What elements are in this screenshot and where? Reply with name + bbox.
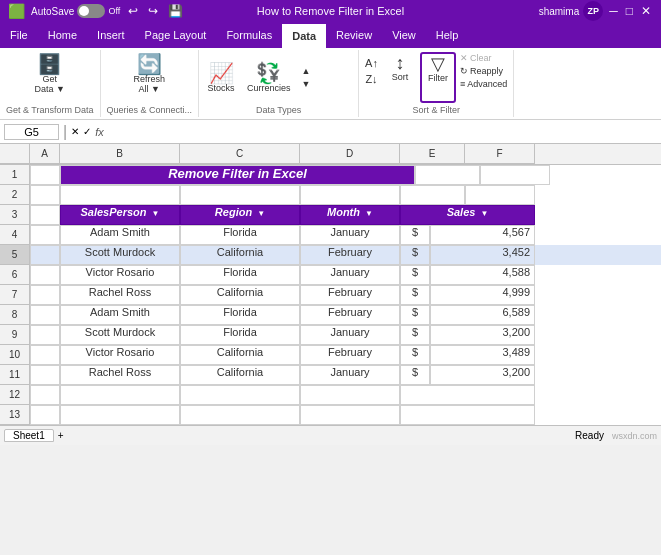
tab-file[interactable]: File <box>0 22 38 48</box>
cell-d3-month[interactable]: Month ▼ <box>300 205 400 225</box>
row-header-3[interactable]: 3 <box>0 205 30 225</box>
cell-a9[interactable] <box>30 325 60 345</box>
cell-d12[interactable] <box>300 385 400 405</box>
cell-e5-amount[interactable]: 3,452 <box>430 245 535 265</box>
cell-f1[interactable] <box>480 165 550 185</box>
row-header-8[interactable]: 8 <box>0 305 30 325</box>
cell-d11[interactable]: January <box>300 365 400 385</box>
tab-data[interactable]: Data <box>282 22 326 48</box>
cell-a13[interactable] <box>30 405 60 425</box>
cell-c4[interactable]: Florida <box>180 225 300 245</box>
add-sheet-btn[interactable]: + <box>58 430 64 441</box>
cell-d6[interactable]: January <box>300 265 400 285</box>
cell-a11[interactable] <box>30 365 60 385</box>
col-header-a[interactable]: A <box>30 144 60 164</box>
cell-e7-amount[interactable]: 4,999 <box>430 285 535 305</box>
cell-b13[interactable] <box>60 405 180 425</box>
cell-e5-dollar[interactable]: $ <box>400 245 430 265</box>
sort-az-button[interactable]: A↑ <box>363 56 380 70</box>
cell-c5[interactable]: California <box>180 245 300 265</box>
formula-cancel-btn[interactable]: ✕ <box>71 126 79 137</box>
cell-e10-dollar[interactable]: $ <box>400 345 430 365</box>
cell-d5[interactable]: February <box>300 245 400 265</box>
cell-e11-dollar[interactable]: $ <box>400 365 430 385</box>
row-header-9[interactable]: 9 <box>0 325 30 345</box>
row-header-10[interactable]: 10 <box>0 345 30 365</box>
cell-e8-amount[interactable]: 6,589 <box>430 305 535 325</box>
tab-view[interactable]: View <box>382 22 426 48</box>
row-header-11[interactable]: 11 <box>0 365 30 385</box>
cell-e9-dollar[interactable]: $ <box>400 325 430 345</box>
cell-e4-dollar[interactable]: $ <box>400 225 430 245</box>
row-header-7[interactable]: 7 <box>0 285 30 305</box>
cell-d9[interactable]: January <box>300 325 400 345</box>
cell-b9[interactable]: Scott Murdock <box>60 325 180 345</box>
row-header-6[interactable]: 6 <box>0 265 30 285</box>
cell-d2[interactable] <box>300 185 400 205</box>
col-header-c[interactable]: C <box>180 144 300 164</box>
cell-e8-dollar[interactable]: $ <box>400 305 430 325</box>
formula-input[interactable] <box>108 126 657 138</box>
cell-e1[interactable] <box>415 165 480 185</box>
cell-c7[interactable]: California <box>180 285 300 305</box>
cell-d8[interactable]: February <box>300 305 400 325</box>
data-type-up[interactable]: ▲ <box>299 65 314 77</box>
cell-b12[interactable] <box>60 385 180 405</box>
cell-e7-dollar[interactable]: $ <box>400 285 430 305</box>
filter-button[interactable]: ▽ Filter <box>420 52 456 103</box>
row-header-5[interactable]: 5 <box>0 245 30 265</box>
stocks-button[interactable]: 📈 Stocks <box>203 61 239 95</box>
cell-b4[interactable]: Adam Smith <box>60 225 180 245</box>
cell-a4[interactable] <box>30 225 60 245</box>
cell-a12[interactable] <box>30 385 60 405</box>
minimize-btn[interactable]: ─ <box>607 4 620 18</box>
cell-d13[interactable] <box>300 405 400 425</box>
cell-d4[interactable]: January <box>300 225 400 245</box>
cell-b3-salesperson[interactable]: SalesPerson ▼ <box>60 205 180 225</box>
cell-b10[interactable]: Victor Rosario <box>60 345 180 365</box>
cell-reference-input[interactable] <box>4 124 59 140</box>
cell-a6[interactable] <box>30 265 60 285</box>
cell-b6[interactable]: Victor Rosario <box>60 265 180 285</box>
maximize-btn[interactable]: □ <box>624 4 635 18</box>
cell-e13[interactable] <box>400 405 535 425</box>
tab-page-layout[interactable]: Page Layout <box>135 22 217 48</box>
cell-a5[interactable] <box>30 245 60 265</box>
cell-e2[interactable] <box>400 185 465 205</box>
cell-c12[interactable] <box>180 385 300 405</box>
cell-b8[interactable]: Adam Smith <box>60 305 180 325</box>
col-header-b[interactable]: B <box>60 144 180 164</box>
cell-c11[interactable]: California <box>180 365 300 385</box>
cell-a8[interactable] <box>30 305 60 325</box>
sheet-tab[interactable]: Sheet1 <box>4 429 54 442</box>
cell-e4-amount[interactable]: 4,567 <box>430 225 535 245</box>
cell-b7[interactable]: Rachel Ross <box>60 285 180 305</box>
close-btn[interactable]: ✕ <box>639 4 653 18</box>
row-header-4[interactable]: 4 <box>0 225 30 245</box>
redo-btn[interactable]: ↪ <box>146 4 160 18</box>
get-data-button[interactable]: 🗄️ Get Data ▼ <box>31 52 69 96</box>
cell-e9-amount[interactable]: 3,200 <box>430 325 535 345</box>
currencies-button[interactable]: 💱 Currencies <box>243 61 295 95</box>
cell-c8[interactable]: Florida <box>180 305 300 325</box>
undo-btn[interactable]: ↩ <box>126 4 140 18</box>
cell-a1[interactable] <box>30 165 60 185</box>
save-btn[interactable]: 💾 <box>166 4 185 18</box>
cell-b2[interactable] <box>60 185 180 205</box>
cell-c3-region[interactable]: Region ▼ <box>180 205 300 225</box>
tab-home[interactable]: Home <box>38 22 87 48</box>
reapply-button[interactable]: ↻ Reapply <box>458 65 509 77</box>
col-header-e[interactable]: E <box>400 144 465 164</box>
cell-a3[interactable] <box>30 205 60 225</box>
cell-c6[interactable]: Florida <box>180 265 300 285</box>
cell-c13[interactable] <box>180 405 300 425</box>
cell-e12[interactable] <box>400 385 535 405</box>
cell-e11-amount[interactable]: 3,200 <box>430 365 535 385</box>
cell-b5[interactable]: Scott Murdock <box>60 245 180 265</box>
sort-za-button[interactable]: Z↓ <box>363 72 379 86</box>
col-header-d[interactable]: D <box>300 144 400 164</box>
cell-a7[interactable] <box>30 285 60 305</box>
refresh-all-button[interactable]: 🔄 Refresh All ▼ <box>130 52 170 96</box>
data-type-down[interactable]: ▼ <box>299 78 314 90</box>
cell-c2[interactable] <box>180 185 300 205</box>
